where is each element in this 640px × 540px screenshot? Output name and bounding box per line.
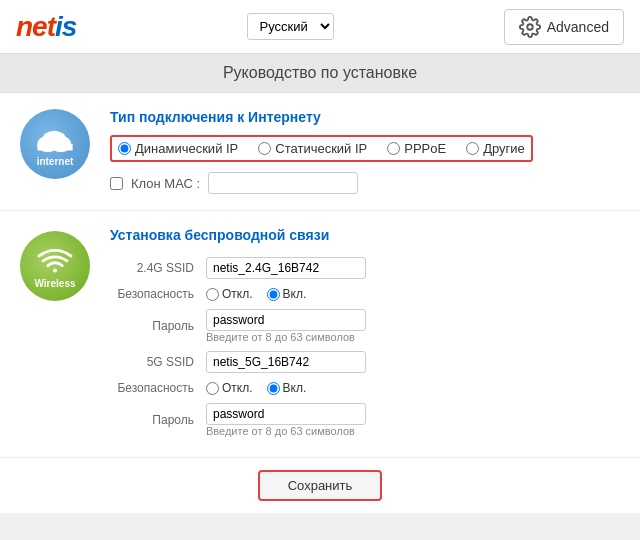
- language-select[interactable]: Русский English: [247, 13, 334, 40]
- security-24-row: Безопасность Откл. Вкл.: [110, 283, 620, 305]
- header: netis Русский English Advanced: [0, 0, 640, 54]
- main-content: internet Тип подключения к Интернету Дин…: [0, 93, 640, 513]
- ssid-24-input[interactable]: [206, 257, 366, 279]
- internet-label: internet: [37, 156, 74, 167]
- dynamic-ip-label: Динамический IP: [135, 141, 238, 156]
- password-5-input[interactable]: [206, 403, 366, 425]
- static-ip-radio[interactable]: [258, 142, 271, 155]
- other-radio[interactable]: [466, 142, 479, 155]
- wireless-section: Wireless Установка беспроводной связи 2.…: [0, 211, 640, 458]
- internet-icon: internet: [20, 109, 90, 179]
- password-24-input[interactable]: [206, 309, 366, 331]
- svg-point-0: [527, 24, 533, 30]
- security-24-on-option[interactable]: Вкл.: [267, 287, 307, 301]
- ssid-5-input[interactable]: [206, 351, 366, 373]
- security-24-label: Безопасность: [110, 283, 200, 305]
- gear-icon: [519, 16, 541, 38]
- ssid-5-row: 5G SSID: [110, 347, 620, 377]
- clone-mac-checkbox[interactable]: [110, 177, 123, 190]
- security-5-on-radio[interactable]: [267, 382, 280, 395]
- ssid-24-label: 2.4G SSID: [110, 253, 200, 283]
- security-5-on-label: Вкл.: [283, 381, 307, 395]
- wireless-icon: Wireless: [20, 231, 90, 301]
- wifi-svg: [35, 244, 75, 276]
- internet-title: Тип подключения к Интернету: [110, 109, 620, 125]
- security-5-label: Безопасность: [110, 377, 200, 399]
- other-option[interactable]: Другие: [466, 141, 525, 156]
- advanced-label: Advanced: [547, 19, 609, 35]
- svg-rect-6: [37, 143, 72, 150]
- password-24-hint: Введите от 8 до 63 символов: [206, 331, 614, 343]
- security-24-options: Откл. Вкл.: [206, 287, 614, 301]
- security-5-off-label: Откл.: [222, 381, 253, 395]
- dynamic-ip-radio[interactable]: [118, 142, 131, 155]
- wireless-form: 2.4G SSID Безопасность Откл.: [110, 253, 620, 441]
- save-button[interactable]: Сохранить: [258, 470, 383, 501]
- security-5-options: Откл. Вкл.: [206, 381, 614, 395]
- security-5-off-option[interactable]: Откл.: [206, 381, 253, 395]
- advanced-button[interactable]: Advanced: [504, 9, 624, 45]
- password-24-row: Пароль Введите от 8 до 63 символов: [110, 305, 620, 347]
- static-ip-option[interactable]: Статический IP: [258, 141, 367, 156]
- security-5-off-radio[interactable]: [206, 382, 219, 395]
- static-ip-label: Статический IP: [275, 141, 367, 156]
- internet-content: Тип подключения к Интернету Динамический…: [110, 109, 620, 194]
- security-24-off-radio[interactable]: [206, 288, 219, 301]
- svg-point-7: [53, 268, 57, 272]
- clone-mac-label: Клон МАС :: [131, 176, 200, 191]
- clone-mac-input[interactable]: [208, 172, 358, 194]
- security-5-row: Безопасность Откл. Вкл.: [110, 377, 620, 399]
- clone-mac-row: Клон МАС :: [110, 172, 620, 194]
- dynamic-ip-option[interactable]: Динамический IP: [118, 141, 238, 156]
- pppoe-label: PPPoE: [404, 141, 446, 156]
- save-row: Сохранить: [0, 458, 640, 513]
- pppoe-option[interactable]: PPPoE: [387, 141, 446, 156]
- security-24-off-option[interactable]: Откл.: [206, 287, 253, 301]
- page-title: Руководство по установке: [0, 54, 640, 93]
- password-24-label: Пароль: [110, 305, 200, 347]
- pppoe-radio[interactable]: [387, 142, 400, 155]
- security-24-off-label: Откл.: [222, 287, 253, 301]
- wireless-label: Wireless: [34, 278, 75, 289]
- password-5-row: Пароль Введите от 8 до 63 символов: [110, 399, 620, 441]
- internet-section: internet Тип подключения к Интернету Дин…: [0, 93, 640, 211]
- security-24-on-label: Вкл.: [283, 287, 307, 301]
- connection-type-row: Динамический IP Статический IP PPPoE Дру…: [110, 135, 533, 162]
- security-24-on-radio[interactable]: [267, 288, 280, 301]
- security-5-on-option[interactable]: Вкл.: [267, 381, 307, 395]
- wireless-content: Установка беспроводной связи 2.4G SSID Б…: [110, 227, 620, 441]
- wireless-title: Установка беспроводной связи: [110, 227, 620, 243]
- ssid-5-label: 5G SSID: [110, 347, 200, 377]
- logo: netis: [16, 11, 76, 43]
- ssid-24-row: 2.4G SSID: [110, 253, 620, 283]
- other-label: Другие: [483, 141, 525, 156]
- password-5-hint: Введите от 8 до 63 символов: [206, 425, 614, 437]
- cloud-svg: [33, 122, 77, 154]
- password-5-label: Пароль: [110, 399, 200, 441]
